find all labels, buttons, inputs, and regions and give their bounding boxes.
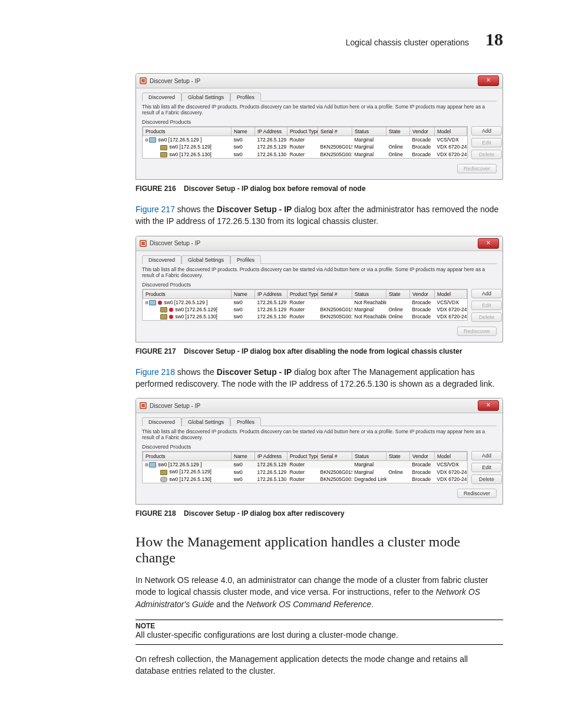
add-button[interactable]: Add: [471, 126, 502, 136]
dialog-discover-setup-216: Discover Setup - IP×DiscoveredGlobal Set…: [135, 73, 503, 180]
column-header[interactable]: Model: [435, 127, 467, 136]
column-header[interactable]: Model: [435, 452, 467, 461]
column-header[interactable]: Vendor: [410, 127, 435, 136]
tab-hint: This tab lists all the discovered IP pro…: [142, 429, 497, 440]
dialog-title: Discover Setup - IP: [150, 240, 200, 246]
column-header[interactable]: Status: [352, 127, 386, 136]
running-header: Logical chassis cluster operations 18: [135, 29, 503, 50]
cloud-icon: [160, 477, 167, 482]
add-button[interactable]: Add: [471, 451, 502, 460]
products-label: Discovered Products: [142, 444, 497, 450]
figure-caption-216: FIGURE 216 Discover Setup - IP dialog bo…: [135, 185, 503, 193]
add-button[interactable]: Add: [471, 289, 502, 298]
table-row[interactable]: sw0 [172.26.5.130]sw0172.26.5.130RouterB…: [143, 151, 467, 158]
column-header[interactable]: Serial #: [318, 127, 352, 136]
column-header[interactable]: Serial #: [318, 452, 352, 461]
dialog-discover-setup-218: Discover Setup - IP×DiscoveredGlobal Set…: [135, 398, 503, 505]
delete-button[interactable]: Delete: [471, 312, 502, 322]
paragraph-218-intro: Figure 218 shows the Discover Setup - IP…: [135, 366, 503, 390]
column-header[interactable]: Product Type: [287, 452, 318, 461]
tab-global-settings[interactable]: Global Settings: [181, 93, 230, 101]
column-header[interactable]: Name: [232, 452, 255, 461]
column-header[interactable]: Products: [143, 127, 232, 136]
rediscover-button[interactable]: Rediscover: [457, 489, 497, 498]
column-header[interactable]: Products: [143, 452, 232, 461]
column-header[interactable]: Product Type: [287, 289, 318, 298]
close-icon[interactable]: ×: [478, 400, 499, 411]
column-header[interactable]: Status: [352, 452, 386, 461]
table-row[interactable]: ⊟sw0 [172.26.5.129 ]sw0172.26.5.129Route…: [143, 461, 467, 469]
column-header[interactable]: Product Type: [287, 127, 318, 136]
column-header[interactable]: Name: [232, 289, 255, 298]
figure-reference-link[interactable]: Figure 218: [135, 367, 175, 377]
status-dot-icon: [158, 301, 162, 305]
gate-icon: [160, 307, 167, 312]
figure-caption-218: FIGURE 218 Discover Setup - IP dialog bo…: [135, 509, 503, 518]
tree-icon: [149, 300, 156, 305]
column-header[interactable]: IP Address: [255, 452, 287, 461]
column-header[interactable]: Vendor: [410, 452, 435, 461]
gate-icon: [160, 145, 167, 150]
app-icon: [140, 240, 147, 247]
edit-button[interactable]: Edit: [471, 138, 502, 147]
table-row[interactable]: sw0 [172.26.5.129]sw0172.26.5.129RouterB…: [143, 468, 467, 475]
gate-icon: [160, 152, 167, 157]
table-row[interactable]: ⊟sw0 [172.26.5.129 ]sw0172.26.5.129Route…: [143, 298, 467, 306]
tab-bar: DiscoveredGlobal SettingsProfiles: [142, 417, 497, 426]
products-table: ProductsNameIP AddressProduct TypeSerial…: [143, 289, 467, 321]
tab-discovered[interactable]: Discovered: [142, 417, 181, 426]
body-paragraph-2: On refresh collection, the Management ap…: [135, 653, 503, 677]
close-icon[interactable]: ×: [478, 75, 499, 86]
tab-profiles[interactable]: Profiles: [230, 417, 261, 426]
figure-caption-217: FIGURE 217 Discover Setup - IP dialog bo…: [135, 347, 503, 355]
table-row[interactable]: sw0 [172.26.5.129]sw0172.26.5.129RouterB…: [143, 306, 467, 313]
table-row[interactable]: sw0 [172.26.5.130]sw0172.26.5.130RouterB…: [143, 313, 467, 320]
tab-profiles[interactable]: Profiles: [230, 255, 261, 264]
section-heading: How the Management application handles a…: [135, 534, 503, 566]
p217-bold: Discover Setup - IP: [217, 205, 292, 214]
column-header[interactable]: Serial #: [318, 289, 352, 298]
t1a: In Network OS release 4.0, an administra…: [135, 575, 488, 597]
figure-reference-link[interactable]: Figure 217: [135, 205, 175, 214]
column-header[interactable]: Model: [435, 289, 467, 298]
edit-button[interactable]: Edit: [471, 463, 502, 472]
column-header[interactable]: IP Address: [255, 289, 287, 298]
tab-global-settings[interactable]: Global Settings: [181, 255, 230, 264]
column-header[interactable]: Vendor: [410, 289, 435, 298]
edit-button[interactable]: Edit: [471, 301, 502, 310]
rediscover-button[interactable]: Rediscover: [457, 327, 497, 336]
tab-discovered[interactable]: Discovered: [142, 255, 181, 264]
products-label: Discovered Products: [142, 119, 497, 125]
column-header[interactable]: Products: [143, 289, 232, 298]
table-row[interactable]: sw0 [172.26.5.130]sw0172.26.5.130RouterB…: [143, 476, 467, 483]
delete-button[interactable]: Delete: [471, 475, 502, 484]
tab-profiles[interactable]: Profiles: [230, 93, 261, 101]
t1e: .: [371, 599, 373, 609]
tab-bar: DiscoveredGlobal SettingsProfiles: [142, 255, 497, 264]
column-header[interactable]: State: [386, 452, 410, 461]
column-header[interactable]: State: [386, 127, 410, 136]
table-row[interactable]: ⊟sw0 [172.26.5.129 ]sw0172.26.5.129Route…: [143, 136, 467, 144]
delete-button[interactable]: Delete: [471, 150, 502, 159]
app-icon: [140, 402, 147, 409]
gate-icon: [160, 470, 167, 475]
tree-icon: [149, 137, 156, 143]
t1c: and the: [214, 599, 246, 609]
column-header[interactable]: IP Address: [255, 127, 287, 136]
close-icon[interactable]: ×: [478, 238, 499, 249]
tab-global-settings[interactable]: Global Settings: [181, 417, 230, 426]
note-body: All cluster-specific configurations are …: [135, 630, 503, 645]
column-header[interactable]: Name: [232, 127, 255, 136]
tab-discovered[interactable]: Discovered: [142, 93, 181, 101]
column-header[interactable]: Status: [352, 289, 386, 298]
dialog-title: Discover Setup - IP: [150, 78, 200, 84]
figure-text: Discover Setup - IP dialog box after dis…: [184, 347, 462, 355]
column-header[interactable]: State: [386, 289, 410, 298]
products-table: ProductsNameIP AddressProduct TypeSerial…: [143, 452, 467, 483]
table-row[interactable]: sw0 [172.26.5.129]sw0172.26.5.129RouterB…: [143, 143, 467, 150]
p218-rest: shows the: [175, 367, 217, 377]
rediscover-button[interactable]: Rediscover: [457, 164, 497, 173]
dialog-title: Discover Setup - IP: [150, 403, 200, 409]
figure-text: Discover Setup - IP dialog box before re…: [184, 185, 366, 193]
header-title: Logical chassis cluster operations: [346, 38, 469, 47]
